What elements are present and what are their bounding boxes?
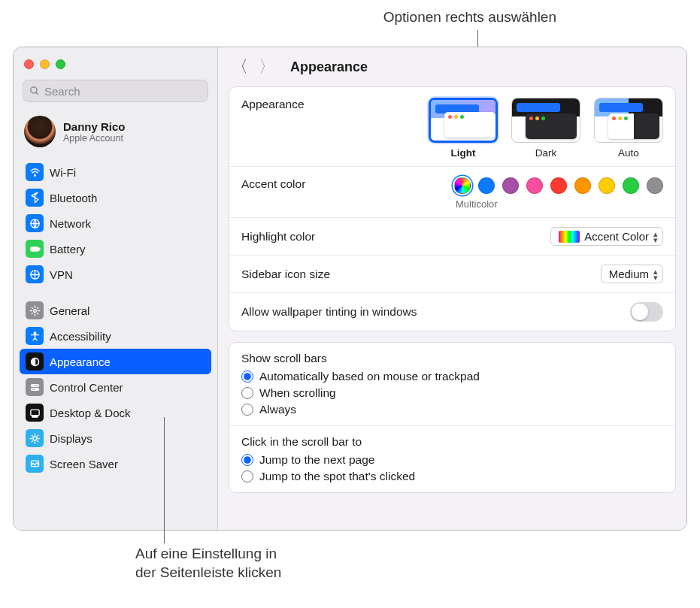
- tinting-toggle[interactable]: [630, 302, 663, 322]
- sidebar: Search Danny Rico Apple Account Wi-FiBlu…: [14, 47, 218, 530]
- radio-input[interactable]: [241, 454, 253, 466]
- ss-icon: [26, 455, 44, 473]
- bat-icon: [26, 240, 44, 258]
- click-option[interactable]: Jump to the next page: [241, 453, 663, 467]
- svg-point-13: [35, 388, 38, 390]
- accent-swatch[interactable]: [574, 177, 591, 194]
- sidebar-item-battery[interactable]: Battery: [20, 236, 211, 262]
- accent-swatch[interactable]: [647, 177, 663, 194]
- radio-input[interactable]: [241, 404, 253, 416]
- accent-sublabel: Multicolor: [456, 198, 498, 210]
- radio-label: Always: [259, 403, 296, 416]
- highlight-select[interactable]: Accent Color ▴▾: [550, 227, 663, 246]
- svg-rect-5: [38, 248, 39, 250]
- scroll-option[interactable]: Automatically based on mouse or trackpad: [241, 370, 663, 383]
- sidebar-item-label: Appearance: [50, 355, 111, 368]
- sidebar-item-label: Displays: [50, 432, 92, 445]
- maximize-button[interactable]: [56, 59, 65, 69]
- highlight-value: Accent Color: [584, 230, 649, 243]
- radio-input[interactable]: [241, 371, 253, 383]
- radio-label: Automatically based on mouse or trackpad: [259, 370, 480, 383]
- sidebar-item-network[interactable]: Network: [20, 210, 211, 236]
- sidebar-item-control-center[interactable]: Control Center: [20, 374, 211, 400]
- vpn-icon: [26, 265, 44, 283]
- search-input[interactable]: Search: [23, 80, 208, 102]
- svg-line-1: [36, 92, 38, 95]
- appearance-mode-dark[interactable]: Dark: [511, 98, 580, 159]
- svg-point-2: [34, 174, 35, 176]
- accent-swatch[interactable]: [454, 177, 471, 194]
- svg-rect-4: [30, 247, 38, 251]
- sidebar-item-desktop-dock[interactable]: Desktop & Dock: [20, 400, 211, 425]
- sidebar-size-label: Sidebar icon size: [241, 268, 330, 281]
- sidebar-item-label: Battery: [50, 243, 86, 256]
- svg-point-8: [34, 331, 36, 334]
- search-placeholder: Search: [44, 85, 80, 98]
- profile-sub: Apple Account: [63, 133, 126, 144]
- accent-swatch[interactable]: [623, 177, 639, 194]
- sidebar-item-appearance[interactable]: Appearance: [20, 349, 211, 374]
- sidebar-item-label: Desktop & Dock: [50, 407, 131, 419]
- svg-point-7: [33, 309, 36, 312]
- sidebar-item-label: Wi-Fi: [50, 166, 76, 179]
- nav-forward-button[interactable]: 〉: [259, 56, 275, 78]
- cc-icon: [26, 378, 44, 396]
- settings-window: Search Danny Rico Apple Account Wi-FiBlu…: [13, 47, 687, 531]
- accent-swatch[interactable]: [598, 177, 615, 194]
- sidebar-item-accessibility[interactable]: Accessibility: [20, 323, 211, 349]
- callout-bottom: Auf eine Einstellung in der Seitenleiste…: [135, 545, 281, 582]
- sidebar-item-vpn[interactable]: VPN: [20, 262, 211, 287]
- minimize-button[interactable]: [40, 59, 50, 69]
- radio-label: Jump to the next page: [259, 453, 374, 467]
- callout-line: [164, 417, 165, 543]
- accent-swatch[interactable]: [502, 177, 519, 194]
- accent-swatch[interactable]: [526, 177, 543, 194]
- appearance-mode-light[interactable]: Light: [429, 98, 498, 159]
- callout-top: Optionen rechts auswählen: [211, 9, 556, 26]
- sidebar-item-label: Accessibility: [50, 330, 111, 343]
- radio-input[interactable]: [241, 470, 253, 482]
- sidebar-item-label: Bluetooth: [50, 192, 97, 204]
- updown-caret-icon: ▴▾: [653, 268, 658, 280]
- sidebar-item-displays[interactable]: Displays: [20, 425, 211, 451]
- updown-caret-icon: ▴▾: [653, 231, 658, 243]
- highlight-label: Highlight color: [241, 230, 315, 244]
- svg-point-16: [33, 437, 37, 440]
- sidebar-item-bluetooth[interactable]: Bluetooth: [20, 185, 211, 210]
- svg-point-12: [32, 384, 34, 386]
- svg-rect-14: [30, 410, 38, 416]
- sidebar-item-general[interactable]: General: [20, 298, 211, 323]
- close-button[interactable]: [24, 59, 34, 69]
- sidebar-item-label: VPN: [50, 268, 73, 281]
- radio-label: When scrolling: [259, 386, 336, 400]
- click-option[interactable]: Jump to the spot that's clicked: [241, 470, 663, 483]
- svg-rect-15: [32, 416, 38, 417]
- window-controls: [14, 53, 217, 80]
- nav-back-button[interactable]: 〈: [232, 56, 248, 78]
- dock-icon: [26, 404, 44, 422]
- sidebar-size-value: Medium: [609, 268, 649, 280]
- accent-swatch[interactable]: [550, 177, 567, 194]
- appearance-label: Appearance: [241, 98, 305, 111]
- svg-point-0: [31, 87, 37, 93]
- sidebar-size-select[interactable]: Medium ▴▾: [601, 265, 663, 283]
- gradient-swatch-icon: [559, 231, 580, 243]
- profile-row[interactable]: Danny Rico Apple Account: [14, 113, 217, 158]
- mode-label: Dark: [511, 147, 580, 159]
- accent-swatch[interactable]: [478, 177, 495, 194]
- sidebar-item-label: Screen Saver: [50, 458, 118, 470]
- sidebar-item-screen-saver[interactable]: Screen Saver: [20, 451, 211, 476]
- gear-icon: [26, 301, 44, 319]
- scroll-head: Show scroll bars: [241, 352, 663, 365]
- radio-label: Jump to the spot that's clicked: [259, 470, 415, 483]
- click-head: Click in the scroll bar to: [241, 435, 663, 449]
- mode-label: Light: [429, 147, 498, 159]
- sidebar-item-wi-fi[interactable]: Wi-Fi: [20, 159, 211, 185]
- scroll-option[interactable]: When scrolling: [241, 386, 663, 400]
- radio-input[interactable]: [241, 387, 253, 399]
- appearance-mode-auto[interactable]: Auto: [594, 98, 663, 159]
- tinting-label: Allow wallpaper tinting in windows: [241, 305, 417, 319]
- page-title: Appearance: [290, 59, 368, 75]
- accent-label: Accent color: [241, 177, 305, 191]
- scroll-option[interactable]: Always: [241, 403, 663, 416]
